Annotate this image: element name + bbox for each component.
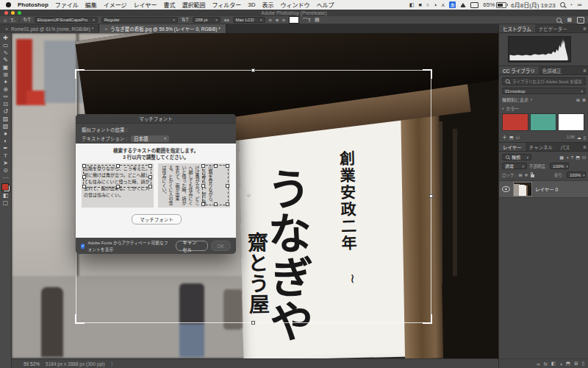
clone-stamp-tool-icon[interactable]: ⊡ [3,101,8,108]
font-family-select[interactable]: EloquentJFSmallCapsPro▾ [35,17,98,23]
menu-file[interactable]: ファイル [55,1,79,9]
layer-style-icon[interactable]: fx [544,361,548,367]
tab-unagi[interactable]: × うなぎ屋の看板.jpg @ 59.5% (レイヤー 0, RGB/8) * [99,24,226,33]
horizontal-sample-box[interactable]: 山路を登りながら、こう考えた。智に働けば角が立つ。どこへ越しても住みにくいと悟っ… [82,163,154,208]
workspace-icon[interactable]: ▦ [567,17,572,23]
align-left-icon[interactable]: ≡ [269,18,272,23]
object-selection-tool-icon[interactable]: ✎ [3,57,8,64]
selection-handle[interactable] [251,321,255,325]
healing-brush-tool-icon[interactable]: ⊕ [3,86,8,93]
toggle-panels-icon[interactable]: ▤ [315,17,320,23]
tab-paths[interactable]: パス [556,143,573,151]
selection-handle[interactable] [429,194,433,198]
dodge-tool-icon[interactable]: ◐ [4,138,7,145]
lock-transparent-icon[interactable]: ⊞ [519,172,523,177]
panel-menu-icon[interactable]: ≣ [583,68,587,73]
marquee-tool-icon[interactable]: ▭ [3,42,9,49]
view-by-label[interactable]: 種類別に表示 [502,96,528,103]
cloud-sync-icon[interactable]: ☁ [577,135,581,140]
filter-adjustment-icon[interactable]: ◑ [566,155,569,160]
layer-thumbnail[interactable] [513,182,532,197]
statusbar-app-icon[interactable]: ◧ [409,2,415,8]
opacity-select[interactable]: 100%▾ [550,163,569,169]
selection-corner[interactable] [75,314,85,324]
statusbar-app-icon[interactable]: ⋏ [441,2,445,8]
frame-tool-icon[interactable]: ⊞ [3,71,8,79]
selection-corner[interactable] [423,69,432,79]
fill-select[interactable]: 100%▾ [567,171,586,178]
filter-type-icon[interactable]: T [571,155,574,160]
control-center-icon[interactable]: ◔ [570,2,573,7]
lasso-tool-icon[interactable]: ∿ [3,49,8,57]
layer-visibility-icon[interactable] [502,186,510,192]
filter-pixel-icon[interactable]: ▦ [559,155,564,160]
layer-mask-icon[interactable]: ◧ [551,361,556,367]
folder-icon[interactable]: ⬒ [509,135,514,140]
add-element-icon[interactable]: ＋ [502,133,507,141]
edit-toolbar-icon[interactable]: ⋯ [3,174,9,182]
screen-mode-icon[interactable]: ▢ [3,199,9,207]
tab-rome01[interactable]: × Rome01.psd @ 61% (rome, RGB/8#) * [0,24,99,33]
menu-edit[interactable]: 編集 [85,1,97,9]
path-selection-tool-icon[interactable]: ➤ [3,160,8,167]
search-icon[interactable] [556,18,562,23]
tab-channels[interactable]: チャンネル [526,143,556,151]
grid-view-icon[interactable]: ⊞ [576,97,580,102]
new-layer-icon[interactable]: ⊞ [574,361,578,367]
text-color-swatch[interactable] [289,16,299,24]
display-icon[interactable] [470,2,478,8]
library-search-input[interactable]: ライブラリおよび Adobe Stock を検索 [502,77,586,85]
zoom-tool-icon[interactable]: ⊙ [3,167,8,174]
type-tool-icon[interactable]: T [4,152,7,160]
menubar-clock[interactable]: 6月8日(月) 19:23 [511,1,555,9]
selection-handle[interactable] [251,68,255,72]
delete-layer-icon[interactable]: ▯ [581,361,584,367]
apple-logo-icon[interactable] [6,2,11,7]
eyedropper-tool-icon[interactable]: ✦ [3,79,8,86]
layer-filter-select[interactable]: 種類▾ [502,154,531,160]
spotlight-icon[interactable] [560,2,565,7]
statusbar-app-icon[interactable]: ■ [418,2,421,7]
gradient-tool-icon[interactable]: ▧ [3,123,9,130]
zoom-level[interactable]: 59.52% [24,361,40,367]
link-layers-icon[interactable]: ∞ [537,361,540,367]
list-view-icon[interactable]: ≣ [582,97,586,102]
layer-row-0[interactable]: レイヤー 0 [499,180,588,198]
crop-tool-icon[interactable]: ▣ [3,64,9,71]
type-tool-preset-icon[interactable]: T▾ [10,18,15,23]
text-range-marquee[interactable] [83,165,151,188]
text-orientation-icon[interactable]: ↻T [24,17,31,23]
menu-select[interactable]: 選択範囲 [182,1,205,9]
font-size-select[interactable]: 268 pt▾ [193,17,220,23]
panel-menu-icon[interactable]: ≣ [583,144,587,149]
brush-tool-icon[interactable]: ✑ [3,93,8,101]
home-icon[interactable]: ⌂ [4,18,7,23]
pen-tool-icon[interactable]: ✒ [3,145,8,152]
close-tab-icon[interactable]: × [5,26,8,32]
layer-name[interactable]: レイヤー 0 [535,185,558,193]
menu-view[interactable]: 表示 [262,1,273,9]
delete-icon[interactable]: ▯ [584,135,586,140]
panel-menu-icon[interactable]: ≣ [583,26,587,31]
menu-3d[interactable]: 3D [248,1,255,8]
antialias-select[interactable]: Mac LCD▾ [233,17,265,23]
move-tool-icon[interactable]: ✚ [3,35,8,42]
statusbar-app-icon[interactable]: ◑ [434,2,437,7]
vertical-sample-box[interactable]: 山路を登りながら、こう考えた。智に働けば角が立つ。どこへ越しても住みにくいと悟っ… [158,163,230,208]
statusbar-app-icon[interactable]: ○ [426,2,429,7]
tab-cc-library[interactable]: CC ライブラリ [499,66,539,74]
menu-filter[interactable]: フィルター [212,1,241,9]
library-swatch-teal[interactable] [530,113,556,131]
library-swatch-red[interactable] [502,113,528,131]
tab-histogram[interactable]: ヒストグラム [499,24,535,32]
filter-shape-icon[interactable]: ⬒ [576,155,580,160]
menu-window[interactable]: ウィンドウ [280,1,309,9]
menu-type[interactable]: 書式 [163,1,175,9]
adjustment-layer-icon[interactable]: ◑ [559,361,562,367]
blend-mode-select[interactable]: 通常▾ [502,163,527,169]
wifi-icon[interactable] [460,3,466,7]
font-style-select[interactable]: Regular▾ [101,17,178,23]
quick-mask-icon[interactable]: ◧ [3,192,9,199]
foreground-color-swatch[interactable] [1,183,9,191]
menu-layer[interactable]: レイヤー [134,1,157,9]
